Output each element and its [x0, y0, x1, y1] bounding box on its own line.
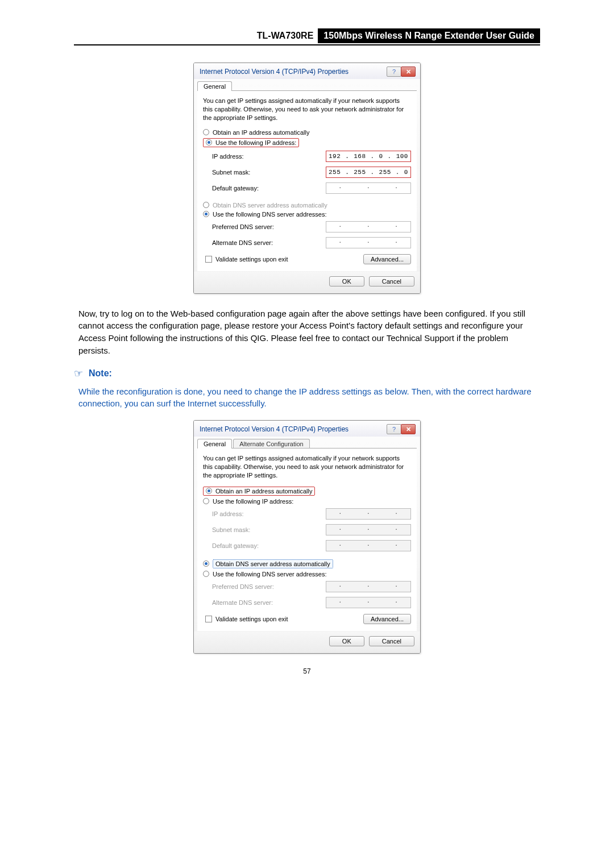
body-paragraph: Now, try to log on to the Web-based conf… — [78, 308, 540, 357]
radio-dns-auto: Obtain DNS server address automatically — [203, 201, 411, 210]
radio-label: Obtain an IP address automatically — [213, 129, 309, 136]
note-text: While the reconfiguration is done, you n… — [78, 385, 540, 410]
radio-label: Obtain an IP address automatically — [215, 488, 312, 495]
radio-icon — [203, 129, 209, 135]
subnet-mask-input[interactable]: 255. 255. 255. 0 — [326, 167, 411, 178]
label-subnet: Subnet mask: — [212, 169, 326, 176]
radio-label: Use the following DNS server addresses: — [213, 211, 327, 218]
model-number: TL-WA730RE — [252, 28, 318, 43]
close-button[interactable]: ✕ — [401, 67, 416, 77]
note-header: ☞ Note: — [74, 367, 540, 380]
tab-general[interactable]: General — [197, 439, 232, 448]
radio-dns-auto[interactable]: Obtain DNS server address automatically — [203, 558, 411, 570]
radio-ip-manual[interactable]: Use the following IP address: — [203, 497, 411, 506]
advanced-button[interactable]: Advanced... — [363, 254, 411, 264]
subnet-mask-input: ••• — [326, 524, 411, 535]
radio-dns-manual[interactable]: Use the following DNS server addresses: — [203, 570, 411, 579]
gateway-input[interactable]: ••• — [326, 182, 411, 194]
page-header: TL-WA730RE150Mbps Wireless N Range Exten… — [74, 28, 540, 45]
ok-button[interactable]: OK — [329, 636, 364, 646]
label-alt-dns: Alternate DNS server: — [212, 239, 326, 246]
radio-label: Use the following IP address: — [215, 139, 296, 146]
advanced-button[interactable]: Advanced... — [363, 614, 411, 624]
dialog-title: Internet Protocol Version 4 (TCP/IPv4) P… — [200, 425, 349, 433]
radio-dns-manual[interactable]: Use the following DNS server addresses: — [203, 210, 411, 219]
description: You can get IP settings assigned automat… — [203, 97, 411, 122]
titlebar: Internet Protocol Version 4 (TCP/IPv4) P… — [194, 63, 420, 79]
ipv4-properties-dialog-1: Internet Protocol Version 4 (TCP/IPv4) P… — [193, 63, 421, 294]
gateway-input: ••• — [326, 540, 411, 551]
label-alt-dns: Alternate DNS server: — [212, 599, 326, 606]
tab-panel: You can get IP settings assigned automat… — [197, 448, 417, 631]
titlebar: Internet Protocol Version 4 (TCP/IPv4) P… — [194, 421, 420, 437]
ipv4-properties-dialog-2: Internet Protocol Version 4 (TCP/IPv4) P… — [193, 420, 421, 654]
pref-dns-input: ••• — [326, 581, 411, 592]
radio-icon — [203, 202, 209, 208]
label-gateway: Default gateway: — [212, 185, 326, 192]
pref-dns-input[interactable]: ••• — [326, 221, 411, 232]
radio-ip-manual[interactable]: Use the following IP address: — [203, 137, 411, 148]
description: You can get IP settings assigned automat… — [203, 454, 411, 480]
tab-general[interactable]: General — [197, 81, 232, 91]
radio-label: Use the following DNS server addresses: — [213, 571, 327, 578]
help-button[interactable]: ? — [387, 424, 401, 434]
label-pref-dns: Preferred DNS server: — [212, 583, 326, 590]
dialog-title: Internet Protocol Version 4 (TCP/IPv4) P… — [200, 68, 349, 76]
validate-checkbox[interactable] — [205, 616, 212, 622]
label-pref-dns: Preferred DNS server: — [212, 223, 326, 230]
radio-ip-auto[interactable]: Obtain an IP address automatically — [203, 128, 411, 137]
radio-icon — [203, 498, 209, 504]
alt-dns-input: ••• — [326, 597, 411, 608]
close-button[interactable]: ✕ — [401, 424, 416, 434]
radio-icon — [206, 488, 212, 494]
help-button[interactable]: ? — [387, 67, 401, 77]
radio-label: Obtain DNS server address automatically — [215, 560, 330, 567]
validate-label: Validate settings upon exit — [215, 616, 288, 622]
radio-ip-auto[interactable]: Obtain an IP address automatically — [203, 485, 411, 497]
guide-title: 150Mbps Wireless N Range Extender User G… — [318, 28, 540, 43]
ok-button[interactable]: OK — [329, 276, 364, 286]
note-label: Note: — [89, 368, 112, 379]
cancel-button[interactable]: Cancel — [369, 276, 414, 286]
label-ip-address: IP address: — [212, 510, 326, 517]
validate-checkbox[interactable] — [205, 256, 212, 263]
radio-icon — [203, 571, 209, 577]
tab-alternate-config[interactable]: Alternate Configuration — [233, 439, 310, 448]
radio-icon — [206, 139, 212, 146]
radio-icon — [203, 211, 209, 217]
alt-dns-input[interactable]: ••• — [326, 237, 411, 248]
pointing-hand-icon: ☞ — [74, 367, 83, 380]
radio-label: Use the following IP address: — [213, 498, 293, 505]
label-ip-address: IP address: — [212, 153, 326, 160]
radio-label: Obtain DNS server address automatically — [213, 202, 327, 209]
cancel-button[interactable]: Cancel — [369, 636, 414, 646]
page-number: 57 — [74, 667, 540, 675]
label-gateway: Default gateway: — [212, 542, 326, 549]
tab-panel: You can get IP settings assigned automat… — [197, 90, 417, 271]
radio-icon — [203, 560, 209, 567]
ip-address-input[interactable]: 192. 168. 0. 100 — [326, 151, 411, 162]
ip-address-input: ••• — [326, 508, 411, 520]
label-subnet: Subnet mask: — [212, 526, 326, 533]
validate-label: Validate settings upon exit — [215, 256, 288, 263]
